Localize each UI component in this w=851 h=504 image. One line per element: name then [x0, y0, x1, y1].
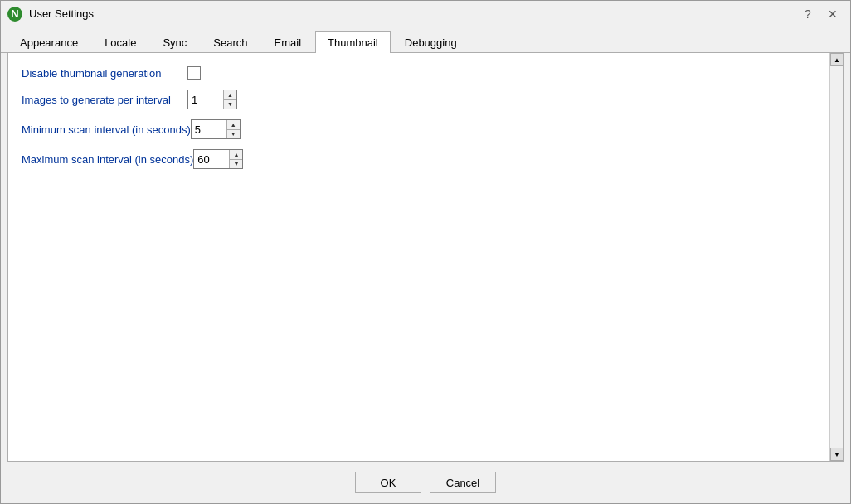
- disable-thumbnail-label: Disable thumbnail generation: [22, 67, 187, 80]
- min-scan-spinbox: ▲ ▼: [191, 119, 241, 139]
- main-window: N User Settings ? ✕ Appearance Locale Sy…: [0, 0, 851, 504]
- images-per-interval-label: Images to generate per interval: [22, 94, 187, 106]
- disable-thumbnail-checkbox[interactable]: [187, 66, 201, 80]
- max-scan-up[interactable]: ▲: [229, 150, 242, 159]
- min-scan-buttons: ▲ ▼: [226, 120, 240, 138]
- scroll-up-arrow[interactable]: ▲: [830, 53, 844, 66]
- content-panel: Disable thumbnail generation Images to g…: [7, 53, 844, 462]
- tab-appearance[interactable]: Appearance: [7, 32, 90, 53]
- tab-content: Disable thumbnail generation Images to g…: [8, 53, 829, 461]
- title-bar-left: N User Settings: [7, 7, 94, 22]
- disable-thumbnail-row: Disable thumbnail generation: [22, 66, 816, 80]
- cancel-button[interactable]: Cancel: [430, 472, 496, 493]
- ok-button[interactable]: OK: [355, 472, 421, 493]
- images-per-interval-buttons: ▲ ▼: [223, 90, 236, 109]
- min-scan-input[interactable]: [192, 120, 226, 138]
- images-per-interval-down[interactable]: ▼: [223, 99, 236, 109]
- title-bar: N User Settings ? ✕: [1, 1, 850, 27]
- max-scan-row: Maximum scan interval (in seconds) ▲ ▼: [22, 149, 816, 169]
- app-icon: N: [7, 7, 22, 22]
- tab-sync[interactable]: Sync: [150, 32, 199, 53]
- max-scan-input[interactable]: [194, 150, 229, 168]
- window-content: Appearance Locale Sync Search Email Thum…: [1, 27, 850, 503]
- images-per-interval-spinbox: ▲ ▼: [187, 90, 237, 109]
- tab-debugging[interactable]: Debugging: [392, 32, 469, 53]
- max-scan-spinbox: ▲ ▼: [193, 149, 243, 169]
- window-controls: ? ✕: [797, 5, 844, 23]
- tab-locale[interactable]: Locale: [92, 32, 148, 53]
- window-title: User Settings: [29, 7, 94, 20]
- images-per-interval-row: Images to generate per interval ▲ ▼: [22, 90, 816, 109]
- images-per-interval-input[interactable]: [188, 90, 223, 109]
- images-per-interval-up[interactable]: ▲: [223, 90, 236, 99]
- min-scan-row: Minimum scan interval (in seconds) ▲ ▼: [22, 119, 816, 139]
- tab-search[interactable]: Search: [201, 32, 260, 53]
- scroll-down-arrow[interactable]: ▼: [830, 448, 844, 461]
- footer: OK Cancel: [1, 462, 850, 503]
- tab-email[interactable]: Email: [262, 32, 314, 53]
- help-button[interactable]: ?: [797, 5, 819, 23]
- tab-thumbnail[interactable]: Thumbnail: [315, 32, 391, 53]
- max-scan-label: Maximum scan interval (in seconds): [22, 153, 193, 166]
- vertical-scrollbar[interactable]: ▲ ▼: [829, 53, 843, 461]
- min-scan-down[interactable]: ▼: [226, 129, 240, 139]
- max-scan-down[interactable]: ▼: [229, 159, 242, 169]
- min-scan-label: Minimum scan interval (in seconds): [22, 124, 191, 136]
- tabs-bar: Appearance Locale Sync Search Email Thum…: [1, 27, 850, 53]
- max-scan-buttons: ▲ ▼: [229, 150, 242, 168]
- close-button[interactable]: ✕: [822, 5, 844, 23]
- min-scan-up[interactable]: ▲: [226, 120, 240, 129]
